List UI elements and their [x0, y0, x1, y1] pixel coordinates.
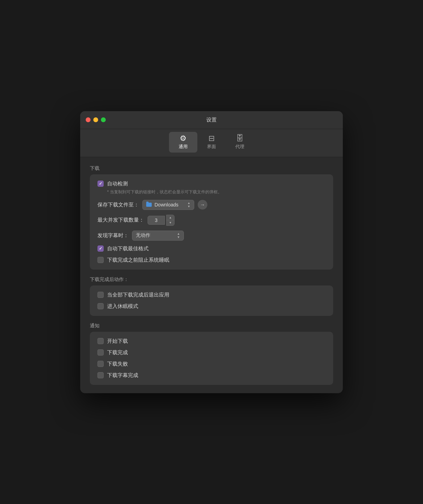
auto-detect-label: 自动检测 — [107, 181, 128, 187]
notification-section: 通知 开始下载 下载完成 下载失败 下载字幕完成 — [90, 323, 333, 385]
tab-interface[interactable]: ⊟ 界面 — [197, 132, 226, 153]
subtitle-action-label: 发现字幕时： — [97, 232, 129, 239]
sleep-mode-row[interactable]: 进入休眠模式 — [97, 303, 326, 310]
post-download-box: 当全部下载完成后退出应用 进入休眠模式 — [90, 285, 333, 316]
close-button[interactable] — [86, 117, 91, 122]
chevron-down-icon: ▼ — [187, 205, 190, 208]
tab-proxy[interactable]: 🗄 代理 — [226, 132, 254, 153]
notify-start-row[interactable]: 开始下载 — [97, 338, 326, 345]
notify-fail-label: 下载失败 — [107, 361, 128, 367]
chevron-down-icon: ▼ — [177, 236, 180, 239]
post-download-section: 下载完成后动作： 当全部下载完成后退出应用 进入休眠模式 — [90, 277, 333, 316]
chevron-up-icon: ▲ — [177, 232, 180, 235]
tab-general[interactable]: ⚙ 通用 — [169, 132, 197, 153]
notify-start-checkbox[interactable] — [97, 338, 104, 344]
stepper-up-button[interactable]: ▲ — [167, 215, 174, 220]
database-icon: 🗄 — [236, 135, 244, 142]
stepper-down-button[interactable]: ▼ — [167, 220, 174, 225]
folder-icon — [146, 203, 152, 207]
notify-complete-checkbox[interactable] — [97, 349, 104, 356]
toolbar: ⚙ 通用 ⊟ 界面 🗄 代理 — [80, 129, 343, 157]
dropdown-arrows: ▲ ▼ — [187, 202, 190, 208]
save-to-row: 保存下载文件至： Downloads ▲ ▼ → — [97, 200, 326, 210]
download-section: 下载 自动检测 * 当复制到可下载的链接时，状态栏会显示可下载文件的弹框。 保存… — [90, 165, 333, 270]
quit-when-done-row[interactable]: 当全部下载完成后退出应用 — [97, 292, 326, 298]
post-download-label: 下载完成后动作： — [90, 277, 333, 283]
sleep-mode-label: 进入休眠模式 — [107, 303, 138, 310]
notify-complete-row[interactable]: 下载完成 — [97, 349, 326, 356]
max-concurrent-row: 最大并发下载数量： 3 ▲ ▼ — [97, 215, 326, 226]
auto-detect-hint: * 当复制到可下载的链接时，状态栏会显示可下载文件的弹框。 — [107, 189, 326, 195]
notify-subtitle-row[interactable]: 下载字幕完成 — [97, 372, 326, 379]
tab-proxy-label: 代理 — [235, 144, 244, 150]
chevron-up-icon: ▲ — [187, 202, 190, 205]
notify-start-label: 开始下载 — [107, 338, 128, 345]
quit-when-done-checkbox[interactable] — [97, 292, 104, 298]
save-to-label: 保存下载文件至： — [97, 202, 139, 208]
notify-subtitle-checkbox[interactable] — [97, 372, 104, 378]
subtitle-action-value: 无动作 — [136, 232, 174, 239]
maximize-button[interactable] — [101, 117, 106, 122]
notify-fail-row[interactable]: 下载失败 — [97, 361, 326, 367]
prevent-sleep-checkbox[interactable] — [97, 257, 104, 263]
minimize-button[interactable] — [93, 117, 98, 122]
notify-fail-checkbox[interactable] — [97, 361, 104, 367]
notification-section-box: 开始下载 下载完成 下载失败 下载字幕完成 — [90, 332, 333, 385]
notify-subtitle-label: 下载字幕完成 — [107, 372, 138, 379]
downloads-folder-name: Downloads — [154, 202, 185, 207]
traffic-lights — [86, 117, 106, 122]
auto-best-format-label: 自动下载最佳格式 — [107, 245, 149, 252]
number-stepper-wrapper: 3 ▲ ▼ — [148, 215, 175, 226]
gear-icon: ⚙ — [180, 135, 187, 142]
tab-interface-label: 界面 — [207, 144, 216, 150]
tab-general-label: 通用 — [179, 144, 188, 150]
subtitle-dropdown-arrows: ▲ ▼ — [177, 232, 180, 239]
concurrent-value: 3 — [148, 216, 165, 225]
notification-section-label: 通知 — [90, 323, 333, 329]
navigate-arrow-button[interactable]: → — [198, 200, 207, 210]
max-concurrent-label: 最大并发下载数量： — [97, 217, 144, 223]
concurrent-stepper: ▲ ▼ — [166, 215, 175, 226]
prevent-sleep-label: 下载完成之前阻止系统睡眠 — [107, 257, 169, 263]
notify-complete-label: 下载完成 — [107, 349, 128, 356]
auto-detect-row[interactable]: 自动检测 — [97, 181, 326, 187]
auto-detect-checkbox[interactable] — [97, 181, 104, 187]
display-icon: ⊟ — [208, 135, 215, 142]
prevent-sleep-row[interactable]: 下载完成之前阻止系统睡眠 — [97, 257, 326, 263]
subtitle-action-dropdown[interactable]: 无动作 ▲ ▼ — [132, 231, 184, 241]
save-to-dropdown[interactable]: Downloads ▲ ▼ — [142, 200, 194, 210]
window-title: 设置 — [206, 117, 217, 123]
download-section-box: 自动检测 * 当复制到可下载的链接时，状态栏会显示可下载文件的弹框。 保存下载文… — [90, 174, 333, 270]
auto-best-format-row[interactable]: 自动下载最佳格式 — [97, 245, 326, 252]
download-section-label: 下载 — [90, 165, 333, 172]
quit-when-done-label: 当全部下载完成后退出应用 — [107, 292, 169, 298]
auto-best-format-checkbox[interactable] — [97, 245, 104, 252]
sleep-mode-checkbox[interactable] — [97, 303, 104, 309]
titlebar: 设置 — [80, 111, 343, 129]
settings-window: 设置 ⚙ 通用 ⊟ 界面 🗄 代理 下载 自动检测 * 当复制到 — [80, 111, 343, 393]
content-area: 下载 自动检测 * 当复制到可下载的链接时，状态栏会显示可下载文件的弹框。 保存… — [80, 157, 343, 393]
subtitle-action-row: 发现字幕时： 无动作 ▲ ▼ — [97, 231, 326, 241]
